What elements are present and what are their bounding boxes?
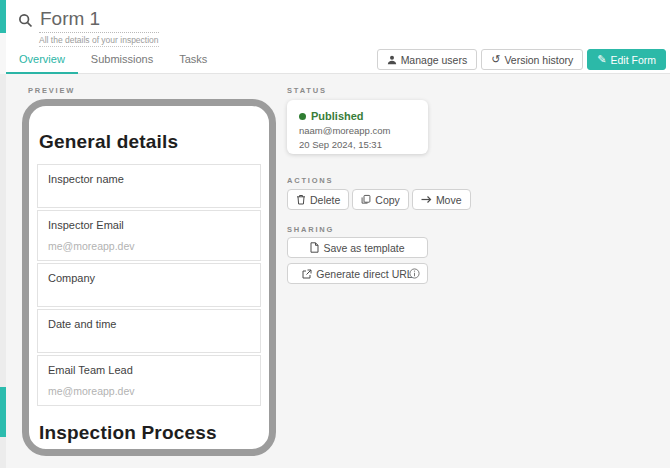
copy-icon bbox=[361, 194, 371, 205]
manage-users-button[interactable]: Manage users bbox=[377, 49, 478, 70]
status-section-label: STATUS bbox=[287, 86, 428, 95]
history-icon: ↺ bbox=[491, 54, 500, 65]
user-icon bbox=[387, 55, 397, 65]
preview-field-inspector-email[interactable]: Inspector Email me@moreapp.dev bbox=[37, 210, 261, 261]
field-placeholder: me@moreapp.dev bbox=[48, 240, 250, 252]
move-button[interactable]: Move bbox=[412, 189, 471, 210]
header-actions: Manage users ↺ Version history ✎ Edit Fo… bbox=[377, 49, 666, 70]
generate-direct-url-button[interactable]: Generate direct URL bbox=[287, 263, 428, 284]
published-dot-icon bbox=[299, 113, 306, 120]
status-timestamp: 20 Sep 2024, 15:31 bbox=[299, 139, 416, 150]
actions-row: Delete Copy Move bbox=[287, 189, 428, 210]
preview-section-label: PREVIEW bbox=[28, 86, 75, 95]
preview-field-inspector-name[interactable]: Inspector name bbox=[37, 164, 261, 208]
status-email: naam@moreapp.com bbox=[299, 125, 416, 136]
details-column: STATUS Published naam@moreapp.com 20 Sep… bbox=[287, 75, 428, 284]
pencil-icon: ✎ bbox=[597, 54, 606, 65]
edit-form-button[interactable]: ✎ Edit Form bbox=[587, 49, 666, 70]
delete-label: Delete bbox=[310, 194, 340, 206]
form-section-heading: Inspection Process bbox=[39, 422, 261, 444]
title-row: Form 1 bbox=[18, 8, 159, 33]
status-card: Published naam@moreapp.com 20 Sep 2024, … bbox=[287, 100, 428, 154]
form-title-input[interactable]: Form 1 bbox=[39, 8, 159, 33]
preview-field-company[interactable]: Company bbox=[37, 263, 261, 307]
tab-tasks[interactable]: Tasks bbox=[166, 47, 220, 74]
field-label: Date and time bbox=[48, 318, 250, 330]
field-label: Inspector Email bbox=[48, 219, 250, 231]
page-header: Form 1 All the details of your inspectio… bbox=[6, 0, 670, 74]
tab-overview[interactable]: Overview bbox=[6, 47, 78, 74]
field-label: Company bbox=[48, 272, 250, 284]
sidebar-header-segment bbox=[0, 33, 6, 74]
arrow-right-icon bbox=[421, 195, 432, 204]
tab-submissions[interactable]: Submissions bbox=[78, 47, 166, 74]
form-section-heading: General details bbox=[39, 131, 261, 153]
published-row: Published bbox=[299, 110, 416, 122]
edit-form-label: Edit Form bbox=[610, 54, 656, 66]
sidebar-active-segment-top[interactable] bbox=[0, 0, 6, 33]
delete-button[interactable]: Delete bbox=[287, 189, 349, 210]
version-history-button[interactable]: ↺ Version history bbox=[481, 49, 583, 70]
save-as-template-button[interactable]: Save as template bbox=[287, 237, 428, 258]
generate-direct-url-label: Generate direct URL bbox=[316, 268, 412, 280]
trash-icon bbox=[296, 194, 306, 205]
form-preview-phone-frame: General details Inspector name Inspector… bbox=[22, 99, 276, 456]
preview-field-email-team-lead[interactable]: Email Team Lead me@moreapp.dev bbox=[37, 355, 261, 406]
left-sidebar-strip bbox=[0, 0, 6, 468]
file-icon bbox=[310, 242, 319, 253]
form-subtitle-input[interactable]: All the details of your inspection bbox=[39, 35, 159, 47]
info-icon[interactable] bbox=[409, 268, 420, 279]
search-icon[interactable] bbox=[18, 13, 33, 28]
copy-button[interactable]: Copy bbox=[352, 189, 409, 210]
sharing-section-label: SHARING bbox=[287, 225, 428, 234]
manage-users-label: Manage users bbox=[401, 54, 468, 66]
sidebar-active-segment-bottom[interactable] bbox=[0, 387, 6, 437]
actions-section-label: ACTIONS bbox=[287, 176, 428, 185]
field-label: Email Team Lead bbox=[48, 364, 250, 376]
preview-field-date-time[interactable]: Date and time bbox=[37, 309, 261, 353]
preview-field-head[interactable]: Head Clear bbox=[37, 454, 261, 456]
version-history-label: Version history bbox=[504, 54, 573, 66]
field-placeholder: me@moreapp.dev bbox=[48, 385, 250, 397]
share-icon bbox=[302, 269, 312, 279]
tab-bar: Overview Submissions Tasks bbox=[6, 47, 220, 74]
save-as-template-label: Save as template bbox=[323, 242, 404, 254]
field-label: Inspector name bbox=[48, 173, 250, 185]
status-badge: Published bbox=[311, 110, 364, 122]
overview-content: PREVIEW General details Inspector name I… bbox=[6, 75, 670, 468]
move-label: Move bbox=[436, 194, 462, 206]
copy-label: Copy bbox=[375, 194, 400, 206]
